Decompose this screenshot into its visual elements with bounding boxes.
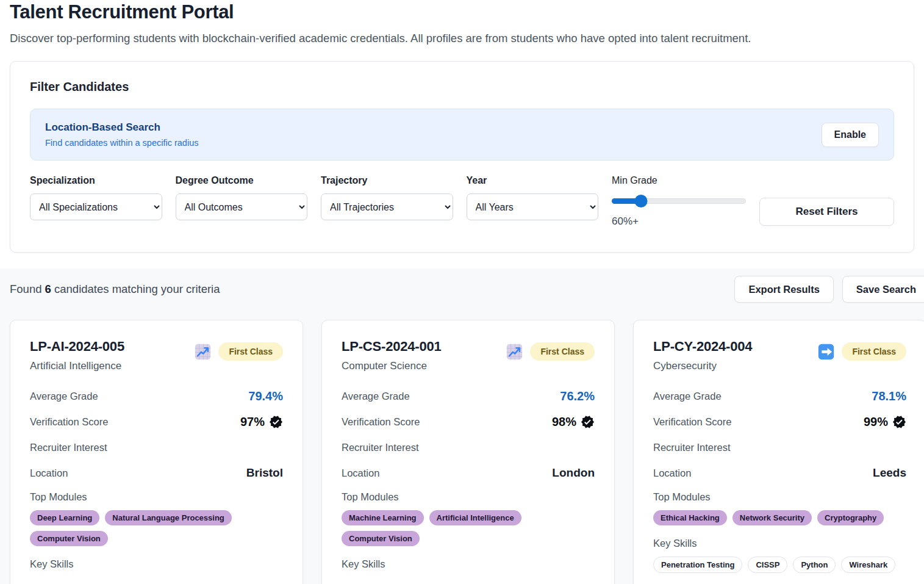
- candidate-specialization: Artificial Intelligence: [30, 360, 124, 372]
- verification-score-value: 97%: [240, 415, 283, 429]
- verified-badge-icon: [581, 415, 595, 429]
- top-modules-list: Machine LearningArtificial IntelligenceC…: [342, 510, 595, 546]
- card-header: LP-CY-2024-004 Cybersecurity First Class: [653, 339, 906, 372]
- verification-score-number: 99%: [864, 415, 888, 429]
- recruiter-interest-label: Recruiter Interest: [342, 442, 419, 453]
- filter-field-degree-outcome: Degree Outcome All Outcomes: [176, 175, 308, 228]
- talent-recruitment-portal: Talent Recruitment Portal Discover top-p…: [0, 0, 924, 584]
- location-banner-title: Location-Based Search: [45, 121, 198, 134]
- recruiter-interest-row: Recruiter Interest: [653, 440, 906, 455]
- min-grade-value: 60%+: [612, 215, 746, 228]
- specialization-label: Specialization: [30, 175, 162, 186]
- average-grade-row: Average Grade 78.1%: [653, 389, 906, 403]
- candidate-card[interactable]: LP-CY-2024-004 Cybersecurity First Class…: [633, 320, 924, 584]
- module-pill: Deep Learning: [30, 510, 99, 525]
- trajectory-select[interactable]: All Trajectories: [321, 193, 453, 220]
- verification-score-value: 98%: [552, 415, 595, 429]
- min-grade-slider[interactable]: [612, 195, 746, 207]
- top-modules-label: Top Modules: [30, 491, 283, 503]
- location-banner-subtitle: Find candidates within a specific radius: [45, 138, 198, 148]
- year-select[interactable]: All Years: [467, 193, 599, 220]
- results-actions: Export Results Save Search: [734, 276, 924, 303]
- card-title-block: LP-CS-2024-001 Computer Science: [342, 339, 442, 372]
- average-grade-label: Average Grade: [30, 391, 98, 402]
- candidate-id: LP-CS-2024-001: [342, 339, 442, 355]
- results-section: Found 6 candidates matching your criteri…: [0, 269, 924, 584]
- verification-score-label: Verification Score: [653, 416, 731, 428]
- card-header: LP-AI-2024-005 Artificial Intelligence F…: [30, 339, 283, 372]
- reset-filters-wrap: Reset Filters: [759, 175, 894, 228]
- degree-classification-badge: First Class: [218, 342, 283, 361]
- module-pill: Artificial Intelligence: [429, 510, 521, 525]
- card-header-right: First Class: [195, 339, 283, 361]
- degree-outcome-label: Degree Outcome: [176, 175, 308, 186]
- skill-pill: Wireshark: [841, 557, 895, 573]
- verification-score-row: Verification Score 98%: [342, 414, 595, 429]
- candidate-id: LP-CY-2024-004: [653, 339, 752, 355]
- slider-thumb[interactable]: [635, 195, 648, 207]
- degree-outcome-select[interactable]: All Outcomes: [176, 193, 308, 220]
- degree-classification-badge: First Class: [530, 342, 595, 361]
- arrow-right-icon: [818, 344, 834, 360]
- skill-pill: Penetration Testing: [653, 557, 742, 573]
- average-grade-row: Average Grade 76.2%: [342, 389, 595, 403]
- candidate-id: LP-AI-2024-005: [30, 339, 124, 355]
- results-header: Found 6 candidates matching your criteri…: [10, 276, 924, 303]
- filter-controls-row: Specialization All Specializations Degre…: [30, 175, 894, 228]
- card-header: LP-CS-2024-001 Computer Science First Cl…: [342, 339, 595, 372]
- reset-filters-button[interactable]: Reset Filters: [759, 198, 894, 226]
- module-pill: Computer Vision: [30, 531, 108, 546]
- key-skills-list: Penetration TestingCISSPPythonWireshark: [653, 557, 906, 573]
- location-banner-text: Location-Based Search Find candidates wi…: [45, 121, 198, 148]
- enable-location-button[interactable]: Enable: [822, 123, 879, 147]
- page-subtitle: Discover top-performing students with bl…: [10, 32, 914, 45]
- candidate-stats: Average Grade 79.4% Verification Score 9…: [30, 389, 283, 480]
- chart-increasing-icon: [195, 344, 211, 360]
- card-title-block: LP-AI-2024-005 Artificial Intelligence: [30, 339, 124, 372]
- trajectory-label: Trajectory: [321, 175, 453, 186]
- specialization-select[interactable]: All Specializations: [30, 193, 162, 220]
- location-row: Location London: [342, 466, 595, 480]
- degree-classification-badge: First Class: [842, 342, 906, 361]
- average-grade-value: 79.4%: [248, 389, 283, 403]
- location-value: Leeds: [873, 466, 906, 480]
- average-grade-label: Average Grade: [342, 391, 410, 402]
- candidate-stats: Average Grade 76.2% Verification Score 9…: [342, 389, 595, 480]
- candidate-stats: Average Grade 78.1% Verification Score 9…: [653, 389, 906, 480]
- key-skills-label: Key Skills: [342, 558, 595, 570]
- verification-score-row: Verification Score 97%: [30, 414, 283, 429]
- year-label: Year: [467, 175, 599, 186]
- results-count: 6: [45, 283, 51, 295]
- card-header-right: First Class: [818, 339, 906, 361]
- export-results-button[interactable]: Export Results: [734, 276, 833, 303]
- average-grade-row: Average Grade 79.4%: [30, 389, 283, 403]
- top-modules-list: Deep LearningNatural Language Processing…: [30, 510, 283, 546]
- key-skills-label: Key Skills: [653, 538, 906, 549]
- save-search-button[interactable]: Save Search: [842, 276, 924, 303]
- card-header-right: First Class: [506, 339, 595, 361]
- skill-pill: CISSP: [748, 557, 787, 573]
- min-grade-label: Min Grade: [612, 175, 657, 186]
- verification-score-row: Verification Score 99%: [653, 414, 906, 429]
- page-title: Talent Recruitment Portal: [10, 1, 914, 23]
- filter-field-year: Year All Years: [467, 175, 599, 228]
- top-modules-label: Top Modules: [342, 491, 595, 503]
- verification-score-number: 97%: [240, 415, 265, 429]
- module-pill: Ethical Hacking: [653, 510, 727, 525]
- module-pill: Computer Vision: [342, 531, 420, 546]
- verification-score-label: Verification Score: [342, 416, 420, 428]
- filter-field-specialization: Specialization All Specializations: [30, 175, 162, 228]
- results-count-text: Found 6 candidates matching your criteri…: [10, 283, 220, 296]
- verified-badge-icon: [892, 415, 906, 429]
- top-modules-label: Top Modules: [653, 491, 906, 503]
- card-title-block: LP-CY-2024-004 Cybersecurity: [653, 339, 752, 372]
- module-pill: Natural Language Processing: [105, 510, 232, 525]
- average-grade-value: 76.2%: [560, 389, 595, 403]
- candidate-specialization: Cybersecurity: [653, 360, 752, 372]
- verification-score-number: 98%: [552, 415, 576, 429]
- filter-panel: Filter Candidates Location-Based Search …: [10, 61, 914, 253]
- candidate-card[interactable]: LP-AI-2024-005 Artificial Intelligence F…: [10, 320, 303, 584]
- verification-score-label: Verification Score: [30, 416, 108, 428]
- candidate-card[interactable]: LP-CS-2024-001 Computer Science First Cl…: [321, 320, 615, 584]
- verification-score-value: 99%: [864, 415, 906, 429]
